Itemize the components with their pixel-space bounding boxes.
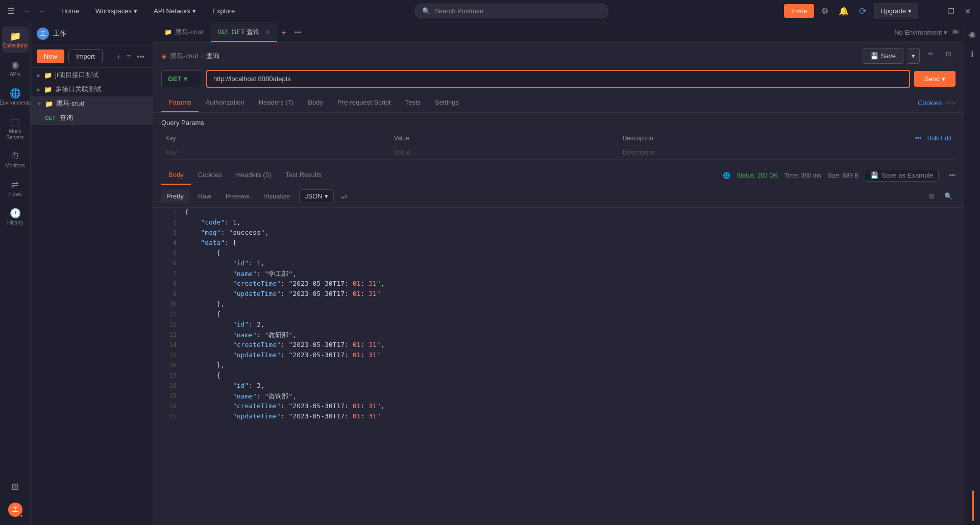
cookies-label[interactable]: Cookies: [918, 99, 942, 107]
settings-icon[interactable]: ⚙: [818, 4, 831, 18]
resp-tab-cookies[interactable]: Cookies: [191, 166, 229, 185]
resp-tab-test-results[interactable]: Test Results: [278, 166, 329, 185]
req-tab-body[interactable]: Body: [301, 93, 330, 112]
wrap-text-icon[interactable]: ⇌: [338, 189, 351, 203]
sidebar-item-monitors[interactable]: ⏱ Monitors: [2, 147, 29, 173]
extensions-icon: ⊞: [11, 481, 19, 492]
line-content: },: [185, 300, 955, 308]
minimize-button[interactable]: —: [926, 5, 942, 17]
collection-jt[interactable]: ▶ 📁 jt项目接口测试: [31, 68, 153, 82]
panel-actions: + ≡ •••: [114, 52, 146, 62]
nav-api-network[interactable]: API Network ▾: [150, 5, 200, 17]
save-dropdown-button[interactable]: ▾: [908, 48, 920, 64]
code-icon[interactable]: </>: [946, 99, 955, 107]
panel-icon[interactable]: ⊡: [942, 48, 955, 64]
env-quick-look-icon[interactable]: ◉: [966, 27, 979, 42]
send-button[interactable]: Send ▾: [914, 71, 955, 87]
line-number: 12: [161, 320, 177, 328]
sidebar-item-mock-servers[interactable]: ⬚ Mock Servers: [2, 112, 29, 145]
save-button[interactable]: 💾 Save: [863, 48, 903, 64]
nav-workspaces[interactable]: Workspaces ▾: [91, 5, 141, 17]
collection-multi[interactable]: ▶ 📁 多接口关联测试: [31, 82, 153, 96]
sync-icon[interactable]: ⟳: [856, 4, 870, 19]
req-tab-params[interactable]: Params: [161, 93, 199, 112]
sidebar-item-history[interactable]: 🕐 History: [2, 204, 29, 230]
maximize-button[interactable]: ❐: [944, 5, 959, 17]
response-section: Body Cookies Headers (5) Test Results 🌐 …: [153, 166, 964, 525]
sidebar-label-monitors: Monitors: [5, 163, 24, 169]
sidebar-label-history: History: [7, 220, 23, 226]
import-button[interactable]: Import: [68, 49, 103, 63]
avatar-area[interactable]: 工: [6, 498, 24, 521]
invite-button[interactable]: Invite: [784, 4, 814, 18]
sidebar-item-extensions[interactable]: ⊞: [2, 477, 29, 496]
search-icon: 🔍: [422, 7, 430, 15]
close-button[interactable]: ✕: [961, 5, 975, 17]
req-tab-pre-request[interactable]: Pre-request Script: [330, 93, 398, 112]
new-button[interactable]: New: [37, 49, 64, 63]
more-options-icon[interactable]: •••: [135, 52, 146, 62]
req-tab-tests[interactable]: Tests: [398, 93, 428, 112]
add-collection-button[interactable]: +: [114, 52, 122, 62]
tab-get-query[interactable]: GET GET 查询 ✕: [211, 23, 278, 42]
upgrade-button[interactable]: Upgrade ▾: [874, 4, 918, 18]
code-line: 2 "code": 1,: [153, 218, 964, 228]
breadcrumb-parent[interactable]: 黑马-crud: [170, 52, 199, 61]
resp-tab-body[interactable]: Body: [161, 166, 191, 185]
line-number: 1: [161, 208, 177, 216]
url-input[interactable]: [206, 70, 910, 88]
bulk-edit-icon[interactable]: •••: [915, 135, 922, 142]
copy-icon[interactable]: ⧉: [926, 190, 937, 203]
line-content: "createTime": "2023-05-30T17: 01: 31",: [185, 402, 955, 410]
sidebar-item-collections[interactable]: 📁 Collections: [2, 27, 29, 53]
edit-icon[interactable]: ✏: [924, 48, 938, 64]
line-content: "msg": "success",: [185, 229, 955, 236]
chevron-down-icon: ▾: [184, 75, 187, 83]
menu-icon[interactable]: ☰: [5, 4, 16, 18]
value-input[interactable]: [394, 148, 615, 156]
key-input[interactable]: [165, 148, 386, 156]
more-options-icon[interactable]: •••: [949, 172, 955, 179]
chevron-down-icon: ▾: [325, 192, 328, 200]
nav-home[interactable]: Home: [57, 5, 83, 17]
line-content: "code": 1,: [185, 218, 955, 226]
req-tab-headers[interactable]: Headers (7): [252, 93, 301, 112]
right-panel: ◉ ℹ: [964, 22, 980, 525]
bulk-edit-button[interactable]: Bulk Edit: [927, 135, 951, 142]
sidebar-item-apis[interactable]: ◉ APIs: [2, 55, 29, 82]
req-tab-settings[interactable]: Settings: [428, 93, 466, 112]
tab-close-icon[interactable]: ✕: [265, 29, 270, 36]
format-raw[interactable]: Raw: [193, 190, 216, 203]
nav-explore[interactable]: Explore: [208, 5, 239, 17]
code-line: 3 "msg": "success",: [153, 228, 964, 238]
tab-more-icon[interactable]: •••: [290, 27, 306, 38]
format-preview[interactable]: Preview: [220, 190, 254, 203]
format-visualize[interactable]: Visualize: [258, 190, 295, 203]
search-bar[interactable]: 🔍 Search Postman: [414, 4, 608, 18]
sidebar-item-environments[interactable]: 🌐 Environments: [2, 84, 29, 110]
add-tab-icon[interactable]: +: [277, 26, 290, 39]
resp-tab-headers[interactable]: Headers (5): [229, 166, 279, 185]
environment-settings-icon[interactable]: 👁: [951, 28, 960, 37]
line-content: "data": [: [185, 239, 955, 246]
request-get-query[interactable]: GET 查询: [31, 111, 153, 125]
req-tab-authorization[interactable]: Authorization: [199, 93, 252, 112]
line-number: 8: [161, 280, 177, 287]
method-select[interactable]: GET ▾: [161, 70, 202, 87]
back-arrow[interactable]: ←: [20, 5, 34, 17]
format-pretty[interactable]: Pretty: [161, 190, 189, 203]
forward-arrow[interactable]: →: [36, 5, 49, 17]
sidebar-item-flows[interactable]: ⇌ Flows: [2, 175, 29, 202]
save-example-button[interactable]: 💾 Save as Example: [865, 169, 939, 182]
filter-icon[interactable]: ≡: [125, 52, 133, 62]
notification-icon[interactable]: 🔔: [836, 4, 852, 18]
no-environment-label[interactable]: No Environment ▾: [894, 29, 947, 36]
info-icon[interactable]: ℹ: [968, 46, 977, 62]
collection-heima-crud[interactable]: ▼ 📁 黑马-crud: [31, 96, 153, 111]
desc-input[interactable]: [623, 148, 843, 156]
tab-heima-crud[interactable]: 📁 黑马-crud: [157, 23, 211, 42]
sidebar-label-apis: APIs: [10, 71, 20, 78]
search-response-icon[interactable]: 🔍: [941, 190, 955, 202]
json-format-select[interactable]: JSON ▾: [299, 189, 334, 203]
apis-icon: ◉: [11, 59, 19, 70]
